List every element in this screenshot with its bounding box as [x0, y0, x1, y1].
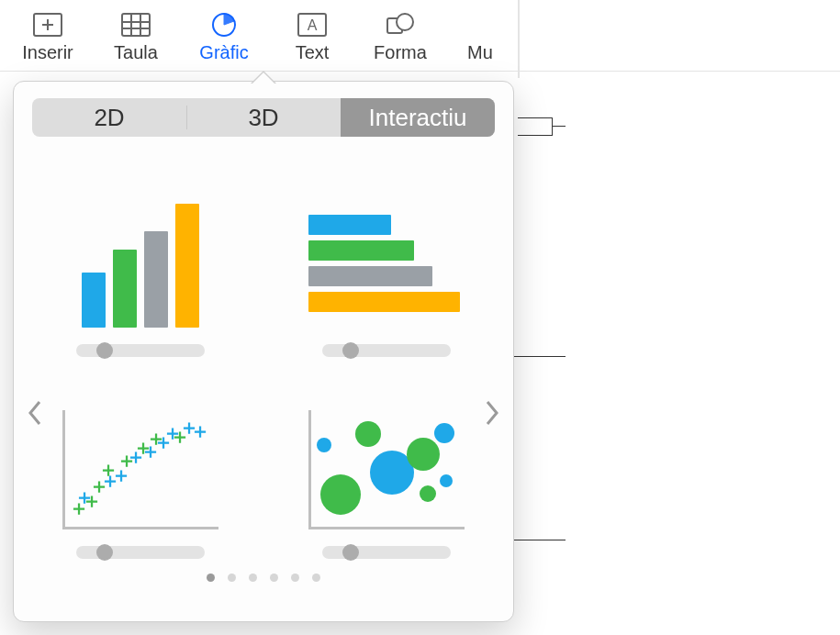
tool-shape[interactable]: Forma [373, 9, 428, 63]
pie-chart-icon [205, 9, 243, 40]
tool-insert[interactable]: Inserir [20, 9, 75, 63]
tool-table-label: Taula [114, 42, 158, 63]
svg-rect-3 [122, 14, 150, 36]
text-icon: A [293, 9, 331, 40]
table-icon [117, 9, 155, 40]
tab-2d[interactable]: 2D [32, 98, 186, 137]
annotation-leader [514, 356, 566, 357]
tool-insert-label: Inserir [22, 42, 73, 63]
tool-chart-label: Gràfic [199, 42, 248, 63]
chart-popover: 2D 3D Interactiu [13, 81, 514, 622]
tool-shape-label: Forma [374, 42, 427, 63]
bar-chart-icon [304, 199, 469, 328]
tool-chart[interactable]: Gràfic [196, 9, 252, 63]
page-dot-1[interactable] [207, 574, 215, 582]
page-dot-4[interactable] [270, 574, 278, 582]
tool-media-label: Mu [467, 42, 493, 63]
annotation-leader [553, 126, 566, 127]
tab-3d[interactable]: 3D [186, 98, 341, 137]
page-dots [14, 574, 513, 582]
chart-type-segmented: 2D 3D Interactiu [32, 98, 495, 137]
page-dot-2[interactable] [228, 574, 236, 582]
chart-style-scatter[interactable]: ＋ ＋ ＋ ＋ ＋ ＋ ＋ ＋ ＋ ＋ ＋ ＋ ＋ ＋ ＋ ＋ ＋ [49, 366, 232, 559]
tool-text-label: Text [296, 42, 330, 63]
chart-style-column[interactable] [49, 164, 232, 357]
chevron-right-icon[interactable] [480, 394, 504, 437]
bubble-chart-icon [304, 401, 469, 529]
chart-style-bubble[interactable] [295, 366, 478, 559]
toolbar: Inserir Taula Gràfic A Text Forma Mu [0, 0, 840, 72]
svg-point-12 [397, 14, 413, 30]
slider-icon [76, 344, 205, 357]
shape-icon [381, 9, 420, 40]
tool-media-cutoff[interactable]: Mu [461, 9, 499, 63]
slider-icon [322, 344, 451, 357]
chevron-left-icon[interactable] [23, 394, 47, 437]
slider-icon [76, 546, 205, 559]
tool-text[interactable]: A Text [285, 9, 340, 63]
scatter-chart-icon: ＋ ＋ ＋ ＋ ＋ ＋ ＋ ＋ ＋ ＋ ＋ ＋ ＋ ＋ ＋ ＋ ＋ [58, 401, 223, 529]
tab-interactive[interactable]: Interactiu [341, 98, 495, 137]
page-dot-5[interactable] [291, 574, 299, 582]
svg-text:A: A [308, 17, 318, 33]
media-icon [461, 9, 499, 40]
chart-style-grid: ＋ ＋ ＋ ＋ ＋ ＋ ＋ ＋ ＋ ＋ ＋ ＋ ＋ ＋ ＋ ＋ ＋ [14, 137, 513, 568]
chart-style-bar[interactable] [295, 164, 478, 357]
slider-icon [322, 546, 451, 559]
column-chart-icon [58, 199, 223, 328]
page-dot-3[interactable] [249, 574, 257, 582]
page-dot-6[interactable] [312, 574, 320, 582]
insert-icon [28, 9, 67, 40]
annotation-leader [518, 117, 553, 136]
tool-table[interactable]: Taula [108, 9, 163, 63]
